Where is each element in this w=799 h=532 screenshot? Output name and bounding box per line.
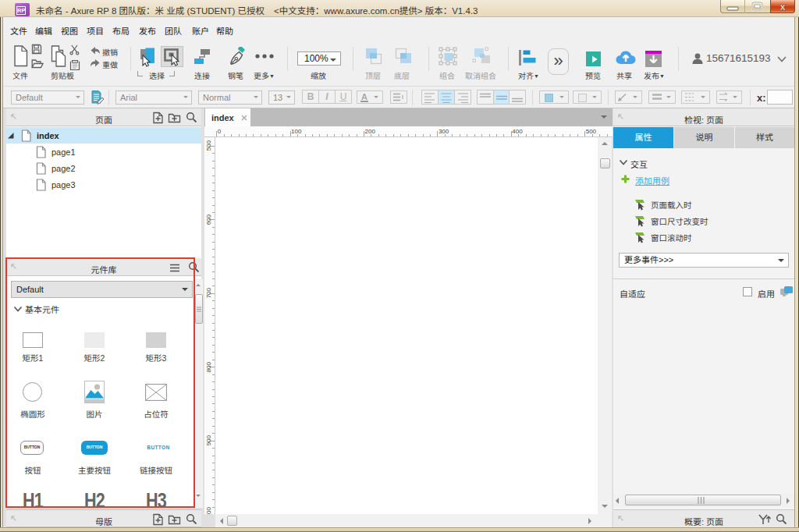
svg-text:x: x [779,1,786,12]
